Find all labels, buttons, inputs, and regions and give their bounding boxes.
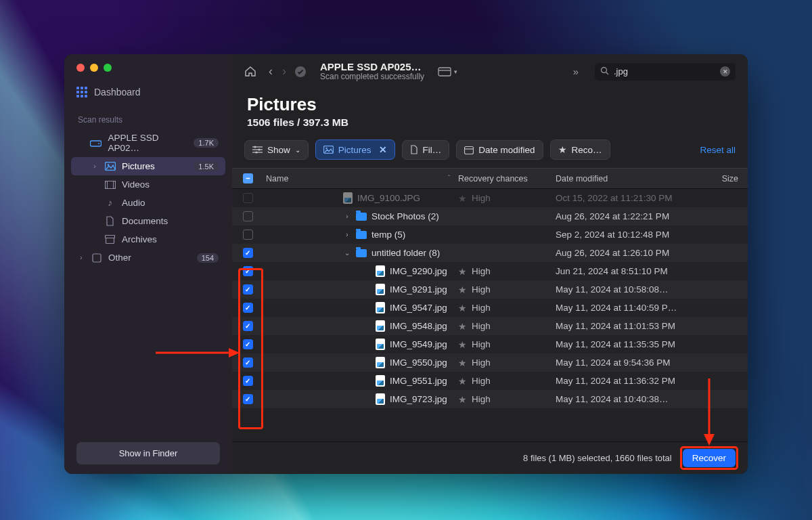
search-field[interactable]: .jpg ✕ [595, 63, 736, 81]
recovery-chance: High [472, 394, 491, 404]
view-picker[interactable]: ▾ [438, 67, 457, 77]
sidebar-item-videos[interactable]: Videos [71, 175, 225, 194]
minimize-window-button[interactable] [90, 64, 98, 72]
row-date: Aug 26, 2024 at 1:22:21 PM [556, 211, 711, 221]
column-name[interactable]: Name ˆ [256, 174, 458, 183]
star-icon: ★ [458, 358, 467, 368]
overflow-button[interactable]: » [573, 66, 579, 77]
table-row[interactable]: IMG_9291.jpg★HighMay 11, 2024 at 10:58:0… [232, 280, 748, 299]
show-in-finder-button[interactable]: Show in Finder [76, 442, 220, 464]
table-row[interactable]: IMG_9723.jpg★HighMay 11, 2024 at 10:40:3… [232, 390, 748, 408]
close-window-button[interactable] [76, 64, 85, 72]
filter-date-modified[interactable]: Date modified [456, 140, 543, 160]
select-all-checkbox[interactable] [239, 173, 256, 183]
svg-point-20 [255, 151, 257, 153]
selection-status: 8 files (1 MB) selected, 1660 files tota… [523, 453, 672, 463]
table-row[interactable]: IMG_9547.jpg★HighMay 11, 2024 at 11:40:5… [232, 299, 748, 317]
star-icon: ★ [458, 376, 467, 387]
row-date: May 11, 2024 at 10:58:08… [556, 284, 711, 295]
folder-icon [356, 231, 367, 239]
location-title: APPLE SSD AP025… Scan completed successf… [320, 61, 424, 82]
sidebar-section-title: Scan results [71, 115, 225, 129]
search-value: .jpg [614, 66, 715, 77]
nav-forward-button[interactable]: › [282, 64, 286, 79]
chevron-right-icon[interactable]: › [343, 231, 351, 238]
table-row[interactable]: IMG_9550.jpg★HighMay 11, 2024 at 9:54:36… [232, 353, 748, 372]
chevron-right-icon: › [78, 254, 85, 261]
row-checkbox[interactable] [243, 358, 253, 368]
sidebar-item-disk[interactable]: APPLE SSD AP02… 1.7K [71, 129, 225, 157]
video-icon [104, 179, 116, 190]
show-filter-button[interactable]: Show ⌄ [244, 140, 309, 160]
svg-rect-4 [105, 181, 115, 188]
nav-back-button[interactable]: ‹ [269, 64, 273, 79]
row-checkbox[interactable] [243, 193, 253, 203]
table-row[interactable]: ›Stock Photos (2)Aug 26, 2024 at 1:22:21… [232, 207, 748, 225]
recovery-chance: High [472, 193, 491, 203]
svg-rect-6 [113, 181, 115, 188]
sidebar-item-documents[interactable]: Documents [71, 212, 225, 230]
sidebar-item-label: Archives [122, 234, 157, 244]
page-heading: Pictures 1506 files / 397.3 MB [232, 85, 748, 135]
table-row[interactable]: IMG_9548.jpg★HighMay 11, 2024 at 11:01:5… [232, 317, 748, 335]
row-name: IMG_9290.jpg [390, 266, 447, 276]
row-checkbox[interactable] [243, 321, 253, 331]
pictures-icon [104, 161, 116, 171]
row-checkbox[interactable] [243, 339, 253, 349]
sidebar-item-archives[interactable]: Archives [71, 230, 225, 248]
row-checkbox[interactable] [243, 394, 253, 404]
reset-filters-button[interactable]: Reset all [700, 145, 736, 155]
recover-button[interactable]: Recover [683, 449, 736, 467]
column-recovery[interactable]: Recovery chances [458, 174, 556, 183]
row-checkbox[interactable] [243, 230, 253, 240]
svg-rect-0 [91, 141, 102, 146]
table-row[interactable]: ⌄untitled folder (8)Aug 26, 2024 at 1:26… [232, 244, 748, 262]
sidebar-item-other[interactable]: › Other 154 [71, 248, 225, 267]
remove-filter-icon[interactable]: ✕ [379, 144, 387, 155]
star-icon: ★ [458, 339, 467, 350]
sidebar-item-audio[interactable]: ♪ Audio [71, 194, 225, 212]
main-panel: ‹ › APPLE SSD AP025… Scan completed succ… [232, 54, 748, 474]
column-date[interactable]: Date modified [556, 174, 711, 183]
nav-dashboard[interactable]: Dashboard [76, 87, 220, 98]
sidebar-item-badge: 1.7K [194, 138, 219, 148]
column-size[interactable]: Size [711, 174, 738, 183]
image-file-icon [376, 357, 385, 368]
table-row[interactable]: IMG_9290.jpg★HighJun 21, 2024 at 8:51:10… [232, 262, 748, 280]
filter-recovery-chance[interactable]: ★ Reco… [550, 139, 610, 160]
sidebar-item-pictures[interactable]: › Pictures 1.5K [71, 157, 225, 175]
chevron-down-icon[interactable]: ⌄ [343, 249, 351, 257]
row-checkbox[interactable] [243, 248, 253, 258]
row-name: IMG_9100.JPG [357, 193, 420, 203]
chevron-right-icon[interactable]: › [343, 213, 351, 220]
row-checkbox[interactable] [243, 376, 253, 386]
row-checkbox[interactable] [243, 266, 253, 276]
table-row[interactable]: IMG_9551.jpg★HighMay 11, 2024 at 11:36:3… [232, 372, 748, 390]
filter-label: Pictures [338, 145, 371, 155]
sidebar-item-label: Other [108, 253, 131, 263]
filter-chip-pictures[interactable]: Pictures ✕ [315, 139, 395, 160]
sidebar-item-label: Pictures [122, 161, 155, 171]
clear-search-button[interactable]: ✕ [720, 66, 730, 77]
folder-icon [356, 213, 367, 221]
home-button[interactable] [244, 66, 256, 77]
table-row[interactable]: IMG_9100.JPG★HighOct 15, 2022 at 11:21:3… [232, 189, 748, 207]
scan-status-icon [294, 66, 307, 78]
table-row[interactable]: IMG_9549.jpg★HighMay 11, 2024 at 11:35:3… [232, 335, 748, 353]
filter-file-type[interactable]: Fil… [402, 140, 450, 160]
row-date: Oct 15, 2022 at 11:21:30 PM [556, 193, 711, 203]
scan-status-text: Scan completed successfully [320, 72, 424, 82]
image-file-icon [376, 375, 385, 387]
table-row[interactable]: ›temp (5)Sep 2, 2024 at 10:12:48 PM [232, 225, 748, 244]
star-icon: ★ [558, 144, 567, 155]
svg-point-22 [325, 148, 327, 149]
row-date: May 11, 2024 at 11:35:35 PM [556, 339, 711, 349]
row-checkbox[interactable] [243, 211, 253, 221]
disk-icon [90, 138, 102, 148]
image-file-icon [376, 393, 385, 405]
image-file-icon [376, 339, 385, 350]
zoom-window-button[interactable] [104, 64, 112, 72]
image-file-icon [376, 284, 385, 295]
row-checkbox[interactable] [243, 303, 253, 313]
row-checkbox[interactable] [243, 284, 253, 295]
